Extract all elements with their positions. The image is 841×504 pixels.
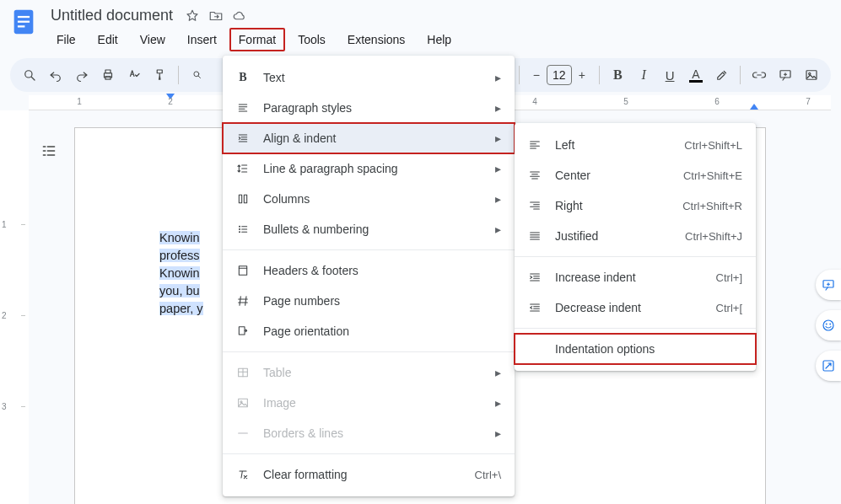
format-page-orientation-item[interactable]: Page orientation — [223, 316, 515, 346]
font-size-value[interactable]: 12 — [547, 65, 572, 85]
star-icon[interactable] — [185, 8, 200, 24]
increase-indent-item[interactable]: Increase indent Ctrl+] — [515, 262, 756, 292]
undo-button[interactable] — [45, 63, 67, 87]
svg-point-14 — [239, 231, 240, 233]
clear-format-icon — [235, 468, 251, 481]
menu-view[interactable]: View — [131, 28, 175, 51]
menu-format[interactable]: Format — [229, 28, 285, 51]
move-icon[interactable] — [208, 8, 224, 24]
document-title[interactable]: Untitled document — [47, 5, 176, 26]
menu-extensions[interactable]: Extensions — [338, 28, 414, 51]
chevron-right-icon: ▸ — [495, 223, 501, 236]
bold-icon: B — [235, 71, 251, 84]
bold-button[interactable]: B — [606, 63, 629, 87]
search-menus-button[interactable] — [19, 63, 41, 87]
table-icon — [235, 366, 251, 379]
headers-icon — [235, 264, 251, 277]
format-line-spacing-item[interactable]: Line & paragraph spacing ▸ — [223, 153, 515, 184]
align-right-item[interactable]: Right Ctrl+Shift+R — [515, 190, 756, 221]
align-indent-icon — [235, 131, 251, 145]
zoom-dropdown[interactable] — [186, 63, 208, 87]
format-page-numbers-item[interactable]: Page numbers — [223, 286, 515, 316]
chevron-right-icon: ▸ — [495, 366, 501, 379]
spellcheck-button[interactable] — [123, 63, 146, 87]
format-clear-formatting-item[interactable]: Clear formatting Ctrl+\ — [223, 459, 515, 490]
chevron-right-icon: ▸ — [495, 162, 501, 175]
chevron-right-icon: ▸ — [495, 101, 501, 115]
add-comment-button[interactable] — [774, 63, 796, 87]
chevron-right-icon: ▸ — [495, 192, 501, 206]
right-indent-marker[interactable] — [750, 104, 758, 110]
menu-help[interactable]: Help — [418, 28, 461, 51]
indentation-options-item[interactable]: Indentation options — [515, 334, 756, 364]
side-suggest-button[interactable] — [816, 351, 841, 381]
chevron-right-icon: ▸ — [495, 426, 501, 440]
svg-point-12 — [239, 226, 240, 228]
svg-rect-18 — [239, 399, 248, 406]
svg-point-19 — [240, 401, 242, 403]
vertical-ruler[interactable]: 1 2 3 — [0, 110, 29, 504]
svg-point-4 — [25, 71, 32, 78]
svg-rect-1 — [18, 16, 30, 18]
menu-insert[interactable]: Insert — [178, 28, 226, 51]
menu-edit[interactable]: Edit — [89, 28, 127, 51]
svg-rect-10 — [806, 71, 817, 80]
decrease-indent-item[interactable]: Decrease indent Ctrl+[ — [515, 292, 756, 323]
format-borders-lines-item: Borders & lines ▸ — [223, 418, 515, 448]
svg-rect-2 — [18, 21, 30, 23]
paragraph-icon — [235, 101, 251, 115]
cloud-status-icon[interactable] — [232, 8, 247, 24]
format-headers-footers-item[interactable]: Headers & footers — [223, 255, 515, 286]
svg-rect-6 — [105, 70, 111, 73]
align-justified-item[interactable]: Justified Ctrl+Shift+J — [515, 221, 756, 251]
chevron-right-icon: ▸ — [495, 71, 501, 84]
chevron-right-icon: ▸ — [495, 396, 501, 410]
redo-button[interactable] — [71, 63, 94, 87]
format-text-item[interactable]: B Text ▸ — [223, 62, 515, 93]
chevron-right-icon: ▸ — [495, 131, 501, 145]
side-panel-buttons — [816, 270, 841, 381]
menu-tools[interactable]: Tools — [288, 28, 335, 51]
underline-button[interactable]: U — [659, 63, 682, 87]
font-size-increase[interactable]: + — [572, 65, 592, 85]
align-justify-icon — [526, 229, 543, 243]
format-menu-dropdown: B Text ▸ Paragraph styles ▸ Align & inde… — [223, 56, 515, 496]
orientation-icon — [235, 324, 251, 338]
insert-image-button[interactable] — [800, 63, 822, 87]
svg-point-21 — [823, 320, 833, 330]
borders-icon — [235, 426, 251, 440]
bullets-icon — [235, 223, 251, 236]
header: Untitled document File Edit View Insert … — [0, 0, 841, 51]
side-comment-button[interactable] — [816, 270, 841, 300]
insert-link-button[interactable] — [747, 63, 770, 87]
svg-rect-3 — [18, 25, 24, 27]
font-size-decrease[interactable]: − — [526, 65, 547, 85]
align-center-item[interactable]: Center Ctrl+Shift+E — [515, 160, 756, 190]
document-outline-button[interactable] — [34, 136, 64, 166]
align-right-icon — [526, 199, 543, 212]
italic-button[interactable]: I — [633, 63, 655, 87]
format-paragraph-styles-item[interactable]: Paragraph styles ▸ — [223, 93, 515, 123]
hash-icon — [235, 294, 251, 308]
menu-file[interactable]: File — [47, 28, 85, 51]
svg-rect-15 — [239, 266, 246, 276]
paint-format-button[interactable] — [149, 63, 172, 87]
menu-bar: File Edit View Insert Format Tools Exten… — [47, 28, 461, 51]
highlight-color-button[interactable] — [710, 63, 733, 87]
format-align-indent-item[interactable]: Align & indent ▸ — [223, 123, 515, 153]
format-columns-item[interactable]: Columns ▸ — [223, 184, 515, 214]
line-spacing-icon — [235, 162, 251, 175]
print-button[interactable] — [97, 63, 120, 87]
svg-point-13 — [239, 228, 240, 230]
format-bullets-item[interactable]: Bullets & numbering ▸ — [223, 214, 515, 244]
format-image-item: Image ▸ — [223, 388, 515, 418]
text-color-button[interactable]: A — [685, 63, 708, 87]
increase-indent-icon — [526, 271, 543, 284]
side-emoji-button[interactable] — [816, 310, 841, 340]
svg-point-23 — [830, 324, 831, 324]
align-center-icon — [526, 169, 543, 182]
align-left-item[interactable]: Left Ctrl+Shift+L — [515, 130, 756, 160]
svg-rect-16 — [239, 327, 245, 335]
docs-logo[interactable] — [7, 5, 40, 39]
columns-icon — [235, 192, 251, 206]
